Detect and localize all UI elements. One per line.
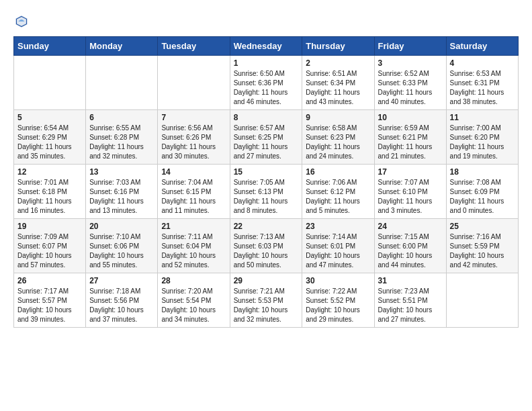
calendar-cell: 3Sunrise: 6:52 AM Sunset: 6:33 PM Daylig… xyxy=(374,56,446,110)
day-number: 30 xyxy=(306,276,370,285)
day-number: 18 xyxy=(450,167,515,177)
calendar-week-row: 5Sunrise: 6:54 AM Sunset: 6:29 PM Daylig… xyxy=(14,110,519,165)
day-number: 31 xyxy=(378,276,443,285)
day-number: 1 xyxy=(234,58,299,68)
day-info: Sunrise: 6:54 AM Sunset: 6:29 PM Dayligh… xyxy=(17,124,82,161)
day-number: 27 xyxy=(89,276,154,285)
day-number: 2 xyxy=(306,58,370,68)
day-info: Sunrise: 7:06 AM Sunset: 6:12 PM Dayligh… xyxy=(306,178,370,216)
calendar-cell: 16Sunrise: 7:06 AM Sunset: 6:12 PM Dayli… xyxy=(302,165,374,219)
day-number: 12 xyxy=(17,167,82,177)
day-number: 11 xyxy=(450,113,515,122)
logo-icon xyxy=(13,13,30,30)
calendar-cell: 21Sunrise: 7:11 AM Sunset: 6:04 PM Dayli… xyxy=(158,219,230,273)
day-info: Sunrise: 7:23 AM Sunset: 5:51 PM Dayligh… xyxy=(378,287,443,324)
day-number: 7 xyxy=(161,113,226,122)
day-number: 22 xyxy=(234,222,299,231)
calendar-cell: 1Sunrise: 6:50 AM Sunset: 6:36 PM Daylig… xyxy=(230,56,302,110)
page-header xyxy=(13,13,519,30)
weekday-header-row: Sunday Monday Tuesday Wednesday Thursday… xyxy=(14,37,519,56)
day-number: 21 xyxy=(161,222,226,231)
calendar-cell: 19Sunrise: 7:09 AM Sunset: 6:07 PM Dayli… xyxy=(14,219,86,273)
calendar-week-row: 19Sunrise: 7:09 AM Sunset: 6:07 PM Dayli… xyxy=(14,219,519,273)
day-number: 26 xyxy=(17,276,82,285)
day-info: Sunrise: 7:11 AM Sunset: 6:04 PM Dayligh… xyxy=(161,232,226,270)
day-info: Sunrise: 7:20 AM Sunset: 5:54 PM Dayligh… xyxy=(161,287,226,324)
day-info: Sunrise: 7:17 AM Sunset: 5:57 PM Dayligh… xyxy=(17,287,82,324)
calendar-cell: 29Sunrise: 7:21 AM Sunset: 5:53 PM Dayli… xyxy=(230,273,302,328)
day-info: Sunrise: 7:16 AM Sunset: 5:59 PM Dayligh… xyxy=(450,232,515,270)
calendar-week-row: 1Sunrise: 6:50 AM Sunset: 6:36 PM Daylig… xyxy=(14,56,519,110)
calendar-cell: 12Sunrise: 7:01 AM Sunset: 6:18 PM Dayli… xyxy=(14,165,86,219)
day-info: Sunrise: 6:51 AM Sunset: 6:34 PM Dayligh… xyxy=(306,69,370,107)
calendar-cell: 5Sunrise: 6:54 AM Sunset: 6:29 PM Daylig… xyxy=(14,110,86,165)
day-info: Sunrise: 7:04 AM Sunset: 6:15 PM Dayligh… xyxy=(161,178,226,216)
calendar-cell: 15Sunrise: 7:05 AM Sunset: 6:13 PM Dayli… xyxy=(230,165,302,219)
day-info: Sunrise: 6:50 AM Sunset: 6:36 PM Dayligh… xyxy=(234,69,299,107)
calendar-week-row: 12Sunrise: 7:01 AM Sunset: 6:18 PM Dayli… xyxy=(14,165,519,219)
header-saturday: Saturday xyxy=(446,37,518,56)
day-info: Sunrise: 7:05 AM Sunset: 6:13 PM Dayligh… xyxy=(234,178,299,216)
calendar-cell: 24Sunrise: 7:15 AM Sunset: 6:00 PM Dayli… xyxy=(374,219,446,273)
day-number: 16 xyxy=(306,167,370,177)
calendar-cell: 31Sunrise: 7:23 AM Sunset: 5:51 PM Dayli… xyxy=(374,273,446,328)
day-number: 6 xyxy=(89,113,154,122)
day-info: Sunrise: 6:59 AM Sunset: 6:21 PM Dayligh… xyxy=(378,124,443,161)
calendar-cell xyxy=(158,56,230,110)
calendar-cell: 27Sunrise: 7:18 AM Sunset: 5:56 PM Dayli… xyxy=(86,273,158,328)
calendar-cell: 28Sunrise: 7:20 AM Sunset: 5:54 PM Dayli… xyxy=(158,273,230,328)
day-number: 3 xyxy=(378,58,443,68)
day-info: Sunrise: 6:53 AM Sunset: 6:31 PM Dayligh… xyxy=(450,69,515,107)
logo xyxy=(13,13,32,30)
calendar-cell: 13Sunrise: 7:03 AM Sunset: 6:16 PM Dayli… xyxy=(86,165,158,219)
day-info: Sunrise: 7:22 AM Sunset: 5:52 PM Dayligh… xyxy=(306,287,370,324)
calendar-week-row: 26Sunrise: 7:17 AM Sunset: 5:57 PM Dayli… xyxy=(14,273,519,328)
day-info: Sunrise: 7:07 AM Sunset: 6:10 PM Dayligh… xyxy=(378,178,443,216)
day-info: Sunrise: 7:15 AM Sunset: 6:00 PM Dayligh… xyxy=(378,232,443,270)
day-info: Sunrise: 7:14 AM Sunset: 6:01 PM Dayligh… xyxy=(306,232,370,270)
day-number: 10 xyxy=(378,113,443,122)
calendar-cell: 22Sunrise: 7:13 AM Sunset: 6:03 PM Dayli… xyxy=(230,219,302,273)
calendar-cell xyxy=(446,273,518,328)
header-tuesday: Tuesday xyxy=(158,37,230,56)
day-info: Sunrise: 6:57 AM Sunset: 6:25 PM Dayligh… xyxy=(234,124,299,161)
day-number: 8 xyxy=(234,113,299,122)
day-info: Sunrise: 7:21 AM Sunset: 5:53 PM Dayligh… xyxy=(234,287,299,324)
calendar-cell: 26Sunrise: 7:17 AM Sunset: 5:57 PM Dayli… xyxy=(14,273,86,328)
calendar-cell: 10Sunrise: 6:59 AM Sunset: 6:21 PM Dayli… xyxy=(374,110,446,165)
day-number: 23 xyxy=(306,222,370,231)
day-number: 5 xyxy=(17,113,82,122)
day-info: Sunrise: 6:58 AM Sunset: 6:23 PM Dayligh… xyxy=(306,124,370,161)
day-number: 28 xyxy=(161,276,226,285)
day-number: 20 xyxy=(89,222,154,231)
day-info: Sunrise: 7:08 AM Sunset: 6:09 PM Dayligh… xyxy=(450,178,515,216)
day-number: 29 xyxy=(234,276,299,285)
calendar-cell: 17Sunrise: 7:07 AM Sunset: 6:10 PM Dayli… xyxy=(374,165,446,219)
calendar-cell: 9Sunrise: 6:58 AM Sunset: 6:23 PM Daylig… xyxy=(302,110,374,165)
calendar-cell: 7Sunrise: 6:56 AM Sunset: 6:26 PM Daylig… xyxy=(158,110,230,165)
day-info: Sunrise: 7:13 AM Sunset: 6:03 PM Dayligh… xyxy=(234,232,299,270)
calendar-cell: 8Sunrise: 6:57 AM Sunset: 6:25 PM Daylig… xyxy=(230,110,302,165)
day-info: Sunrise: 6:52 AM Sunset: 6:33 PM Dayligh… xyxy=(378,69,443,107)
calendar-cell xyxy=(14,56,86,110)
day-number: 15 xyxy=(234,167,299,177)
calendar-cell: 4Sunrise: 6:53 AM Sunset: 6:31 PM Daylig… xyxy=(446,56,518,110)
day-number: 17 xyxy=(378,167,443,177)
calendar-cell: 20Sunrise: 7:10 AM Sunset: 6:06 PM Dayli… xyxy=(86,219,158,273)
day-info: Sunrise: 7:10 AM Sunset: 6:06 PM Dayligh… xyxy=(89,232,154,270)
calendar-cell: 30Sunrise: 7:22 AM Sunset: 5:52 PM Dayli… xyxy=(302,273,374,328)
day-info: Sunrise: 7:09 AM Sunset: 6:07 PM Dayligh… xyxy=(17,232,82,270)
calendar-cell: 25Sunrise: 7:16 AM Sunset: 5:59 PM Dayli… xyxy=(446,219,518,273)
calendar-cell: 11Sunrise: 7:00 AM Sunset: 6:20 PM Dayli… xyxy=(446,110,518,165)
calendar-cell: 14Sunrise: 7:04 AM Sunset: 6:15 PM Dayli… xyxy=(158,165,230,219)
day-info: Sunrise: 7:18 AM Sunset: 5:56 PM Dayligh… xyxy=(89,287,154,324)
calendar-cell: 18Sunrise: 7:08 AM Sunset: 6:09 PM Dayli… xyxy=(446,165,518,219)
calendar-table: Sunday Monday Tuesday Wednesday Thursday… xyxy=(13,36,519,328)
day-number: 4 xyxy=(450,58,515,68)
day-number: 25 xyxy=(450,222,515,231)
day-info: Sunrise: 7:00 AM Sunset: 6:20 PM Dayligh… xyxy=(450,124,515,161)
calendar-cell: 6Sunrise: 6:55 AM Sunset: 6:28 PM Daylig… xyxy=(86,110,158,165)
header-sunday: Sunday xyxy=(14,37,86,56)
calendar-cell: 2Sunrise: 6:51 AM Sunset: 6:34 PM Daylig… xyxy=(302,56,374,110)
day-info: Sunrise: 6:56 AM Sunset: 6:26 PM Dayligh… xyxy=(161,124,226,161)
